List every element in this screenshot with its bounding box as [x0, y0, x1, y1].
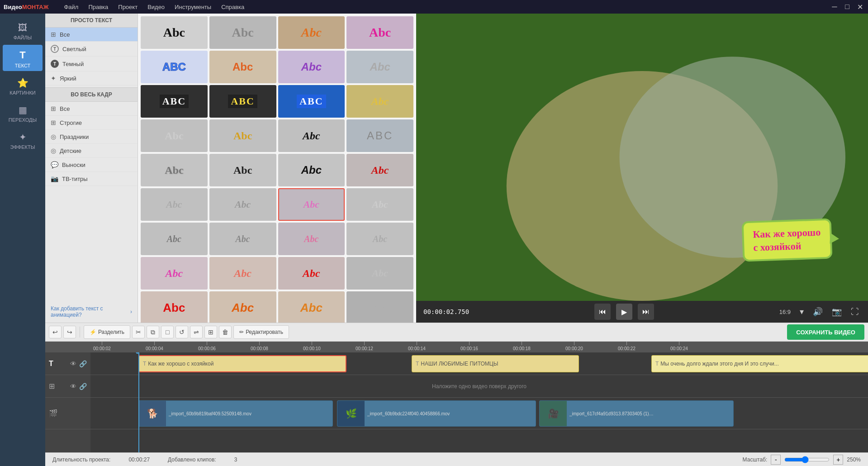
cat-callouts[interactable]: 💬 Выноски	[45, 158, 138, 172]
cat-holidays[interactable]: ◎ Праздники	[45, 130, 138, 144]
style-cell-5-1[interactable]: Abc	[209, 188, 276, 221]
edit-button[interactable]: ✏ Редактировать	[233, 325, 289, 339]
style-cell-2-3[interactable]: Abc	[346, 85, 413, 118]
cut-button[interactable]: ✂	[132, 326, 145, 338]
paste-button[interactable]: □	[161, 326, 174, 338]
menu-edit[interactable]: Правка	[84, 3, 113, 11]
text-clip-0[interactable]: T Как же хорошо с хозяйкой	[138, 355, 346, 372]
menu-video[interactable]: Видео	[143, 3, 169, 11]
style-cell-0-3[interactable]: Abc	[346, 16, 413, 49]
style-cell-0-2[interactable]: Abc	[278, 16, 345, 49]
cat-all1[interactable]: ⊞ Все	[45, 28, 138, 42]
style-cell-8-1[interactable]: Abc	[209, 291, 276, 323]
sidebar-item-files[interactable]: 🖼 ФАЙЛЫ	[3, 18, 43, 43]
tracks-content[interactable]: T Мы очень долго ждали этого дня И это с…	[90, 352, 868, 452]
style-cell-3-2[interactable]: Abc	[278, 119, 345, 152]
redo-button[interactable]: ↪	[63, 326, 76, 338]
text-clip-right-label: Мы очень долго ждали этого дня И это слу…	[660, 361, 778, 367]
style-cell-6-0[interactable]: Abc	[141, 223, 208, 255]
style-cell-4-0[interactable]: Abc	[141, 154, 208, 186]
text-link-icon[interactable]: 🔗	[79, 360, 87, 367]
cat-strict[interactable]: ⊞ Строгие	[45, 116, 138, 130]
style-cell-3-0[interactable]: Abc	[141, 119, 208, 152]
style-cell-7-2[interactable]: Abc	[278, 257, 345, 290]
style-cell-5-2[interactable]: Abc	[278, 188, 345, 221]
aspect-dropdown[interactable]: ▾	[798, 305, 806, 319]
style-cell-3-3[interactable]: ABC	[346, 119, 413, 152]
style-cell-7-1[interactable]: Abc	[209, 257, 276, 290]
cat-kids[interactable]: ◎ Детские	[45, 144, 138, 158]
text-clip-1[interactable]: T НАШИ ЛЮБИМЫЕ ПИТОМЦЫ	[412, 355, 579, 372]
style-cell-0-1[interactable]: Abc	[209, 16, 276, 49]
style-cell-5-0[interactable]: Abc	[141, 188, 208, 221]
cat-tv[interactable]: 📷 ТВ-титры	[45, 172, 138, 186]
video-clip-2[interactable]: 🎥 _import_617cf4a91d9313.87303405 (1).mo…	[539, 400, 734, 427]
cat-dark[interactable]: T Темный	[45, 57, 138, 71]
style-cell-5-3[interactable]: Abc	[346, 188, 413, 221]
fullscreen-button[interactable]: ⛶	[849, 305, 861, 319]
next-frame-button[interactable]: ⏭	[638, 304, 654, 320]
overlay-eye-icon[interactable]: 👁	[70, 383, 76, 390]
style-cell-8-3[interactable]: Abc	[346, 291, 413, 323]
animation-link[interactable]: Как добавить текст с анимацией? ›	[45, 301, 138, 323]
style-cell-4-1[interactable]: Abc	[209, 154, 276, 186]
app-name: ВидеоМОНТАЖ	[4, 4, 48, 10]
cat-strict-label: Строгие	[60, 119, 82, 126]
undo-button[interactable]: ↩	[49, 326, 62, 338]
style-cell-8-2[interactable]: Abc	[278, 291, 345, 323]
menu-help[interactable]: Справка	[217, 3, 249, 11]
menu-project[interactable]: Проект	[114, 3, 142, 11]
play-button[interactable]: ▶	[616, 304, 632, 320]
video-clip-1[interactable]: 🌿 _import_60b9bdc224f040.40458866.mov	[337, 400, 536, 427]
crop-icon-btn[interactable]: ⊞	[204, 326, 217, 338]
style-cell-6-2[interactable]: Abc	[278, 223, 345, 255]
style-cell-1-0[interactable]: ABC	[141, 51, 208, 83]
text-icon: T	[19, 49, 25, 61]
style-cell-6-1[interactable]: Abc	[209, 223, 276, 255]
screenshot-button[interactable]: 📷	[830, 305, 844, 319]
copy-button[interactable]: ⧉	[147, 326, 159, 338]
menu-tools[interactable]: Инструменты	[170, 3, 216, 11]
rotate-button[interactable]: ↺	[175, 326, 188, 338]
cat-bright[interactable]: ✦ Яркий	[45, 71, 138, 86]
style-cell-7-3[interactable]: Abc	[346, 257, 413, 290]
save-video-button[interactable]: СОХРАНИТЬ ВИДЕО	[787, 324, 864, 340]
style-cell-0-0[interactable]: Abc	[141, 16, 208, 49]
text-clip-right[interactable]: T Мы очень долго ждали этого дня И это с…	[651, 355, 868, 372]
prev-frame-button[interactable]: ⏮	[594, 304, 611, 320]
style-cell-3-1[interactable]: Abc	[209, 119, 276, 152]
zoom-out-button[interactable]: -	[771, 455, 781, 465]
style-cell-2-2[interactable]: ABC	[278, 85, 345, 118]
style-cell-2-1[interactable]: ABC	[209, 85, 276, 118]
zoom-in-button[interactable]: +	[833, 455, 843, 465]
style-cell-6-3[interactable]: Abc	[346, 223, 413, 255]
playhead[interactable]	[138, 352, 139, 452]
maximize-button[interactable]: □	[843, 2, 852, 11]
sidebar-item-images[interactable]: ⭐ КАРТИНКИ	[3, 73, 43, 98]
sidebar-item-text[interactable]: T ТЕКСТ	[3, 45, 43, 71]
style-cell-7-0[interactable]: Abc	[141, 257, 208, 290]
overlay-link-icon[interactable]: 🔗	[79, 383, 87, 390]
menu-file[interactable]: Файл	[59, 3, 83, 11]
style-cell-4-3[interactable]: Abc	[346, 154, 413, 186]
style-cell-1-1[interactable]: Abc	[209, 51, 276, 83]
style-cell-8-0[interactable]: Abc	[141, 291, 208, 323]
style-cell-1-3[interactable]: Abc	[346, 51, 413, 83]
cat-all2[interactable]: ⊞ Все	[45, 102, 138, 116]
style-grid-container[interactable]: AbcAbcAbcAbcABCAbcAbcAbcABCABCABCAbcAbcA…	[138, 14, 416, 323]
volume-button[interactable]: 🔊	[811, 305, 825, 319]
text-eye-icon[interactable]: 👁	[70, 360, 76, 367]
delete-button[interactable]: 🗑	[219, 326, 232, 338]
split-button[interactable]: ⚡ Разделить	[84, 325, 130, 339]
cat-light[interactable]: T Светлый	[45, 42, 138, 57]
sidebar-item-effects[interactable]: ✦ ЭФФЕКТЫ	[3, 127, 43, 152]
flip-button[interactable]: ⇌	[190, 326, 203, 338]
sidebar-item-transitions[interactable]: ▦ ПЕРЕХОДЫ	[3, 100, 43, 125]
style-cell-1-2[interactable]: Abc	[278, 51, 345, 83]
zoom-slider[interactable]	[784, 456, 830, 463]
style-cell-4-2[interactable]: Abc	[278, 154, 345, 186]
style-cell-2-0[interactable]: ABC	[141, 85, 208, 118]
minimize-button[interactable]: ─	[830, 2, 839, 11]
video-clip-0[interactable]: 🐕 _import_60b9b819baf409.52509148.mov	[138, 400, 333, 427]
close-button[interactable]: ✕	[855, 2, 864, 11]
